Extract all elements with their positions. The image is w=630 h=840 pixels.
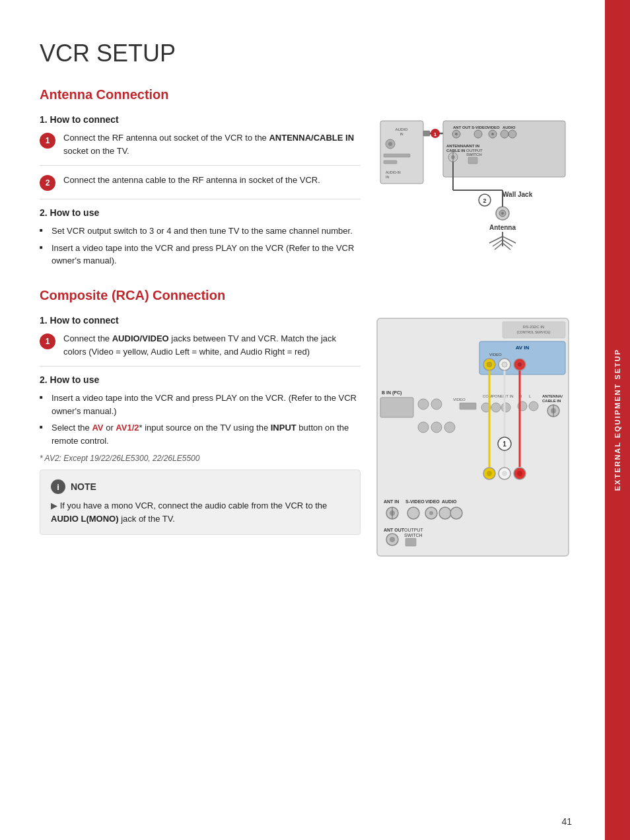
svg-point-67: [431, 399, 442, 409]
note-icon: i: [51, 479, 65, 494]
antenna-use-list: Set VCR output switch to 3 or 4 and then…: [40, 225, 361, 267]
antenna-how-to-connect-heading: 1. How to connect: [40, 114, 361, 125]
svg-point-106: [439, 507, 451, 519]
svg-text:Wall Jack: Wall Jack: [503, 191, 533, 198]
svg-point-59: [487, 362, 492, 367]
svg-point-70: [444, 422, 455, 433]
antenna-step-1: 1 Connect the RF antenna out socket of t…: [40, 131, 361, 166]
antenna-section-heading: Antenna Connection: [40, 87, 585, 102]
svg-text:VIDEO: VIDEO: [425, 499, 440, 504]
antenna-step-2: 2 Connect the antenna cable to the RF an…: [40, 174, 361, 199]
antenna-diagram-col: AUDIO IN AUDIO-IN IN: [374, 114, 585, 275]
svg-text:ANT OUT: ANT OUT: [384, 528, 405, 532]
svg-text:OUTPUT: OUTPUT: [404, 528, 424, 532]
svg-point-76: [501, 403, 510, 412]
antenna-use-item-1: Set VCR output switch to 3 or 4 and then…: [40, 225, 361, 238]
svg-text:(CONTROL SERVICE): (CONTROL SERVICE): [517, 330, 551, 334]
svg-text:IN: IN: [386, 175, 389, 179]
svg-text:B IN (PC): B IN (PC): [382, 390, 402, 396]
composite-left-col: 1. How to connect 1 Connect the AUDIO/VI…: [40, 315, 361, 568]
composite-diagram-svg: RS-232C IN (CONTROL SERVICE) AV IN VIDEO: [374, 315, 578, 566]
svg-text:AUDIO: AUDIO: [442, 499, 457, 504]
antenna-how-to-use-heading: 2. How to use: [40, 207, 361, 218]
svg-rect-114: [405, 538, 416, 546]
svg-rect-72: [460, 403, 476, 409]
svg-point-68: [418, 422, 429, 433]
svg-text:CABLE IN: CABLE IN: [542, 399, 561, 403]
composite-step-circle-1: 1: [40, 333, 55, 349]
composite-diagram-col: RS-232C IN (CONTROL SERVICE) AV IN VIDEO: [374, 315, 585, 568]
svg-point-18: [474, 130, 482, 138]
svg-text:SWITCH: SWITCH: [466, 153, 482, 157]
note-header: i NOTE: [51, 479, 349, 494]
svg-text:SWITCH: SWITCH: [404, 533, 423, 538]
svg-point-39: [501, 212, 504, 215]
note-title: NOTE: [71, 481, 96, 492]
page-container: EXTERNAL EQUIPMENT SETUP VCR SETUP Anten…: [0, 0, 630, 840]
composite-use-item-1: Insert a video tape into the VCR and pre…: [40, 392, 361, 417]
svg-line-46: [503, 236, 516, 243]
composite-step-1-text: Connect the AUDIO/VIDEO jacks between TV…: [63, 332, 361, 358]
svg-point-92: [487, 471, 492, 476]
svg-point-80: [529, 402, 538, 411]
svg-point-23: [508, 130, 516, 138]
svg-point-105: [429, 511, 433, 515]
svg-text:ANTENNA/: ANTENNA/: [542, 394, 563, 398]
note-box: i NOTE If you have a mono VCR, connect t…: [40, 470, 361, 535]
page-title: VCR SETUP: [40, 40, 585, 67]
svg-text:RS-232C IN: RS-232C IN: [523, 325, 544, 329]
svg-text:S-VIDEO: S-VIDEO: [472, 125, 488, 129]
antenna-left-col: 1. How to connect 1 Connect the RF anten…: [40, 114, 361, 275]
svg-text:S-VIDEO: S-VIDEO: [405, 499, 425, 504]
svg-point-66: [418, 399, 429, 409]
svg-point-107: [450, 507, 462, 519]
svg-point-63: [517, 362, 522, 367]
antenna-connection-layout: 1. How to connect 1 Connect the RF anten…: [40, 114, 585, 275]
composite-step-1: 1 Connect the AUDIO/VIDEO jacks between …: [40, 332, 361, 367]
svg-point-16: [455, 133, 458, 135]
svg-text:CABLE IN: CABLE IN: [446, 149, 465, 153]
svg-text:ANTENNA/: ANTENNA/: [446, 144, 467, 148]
svg-point-75: [491, 403, 501, 412]
sidebar-right: EXTERNAL EQUIPMENT SETUP: [605, 0, 630, 840]
step-circle-2: 2: [40, 175, 55, 191]
svg-point-21: [491, 133, 494, 135]
svg-point-69: [431, 422, 442, 433]
composite-use-item-2: Select the AV or AV1/2* input source on …: [40, 421, 361, 447]
svg-text:VIDEO: VIDEO: [489, 353, 502, 357]
antenna-step-2-text: Connect the antenna cable to the RF ante…: [63, 174, 320, 191]
antenna-use-item-2: Insert a video tape into the VCR and pre…: [40, 242, 361, 267]
svg-text:ANT IN: ANT IN: [384, 499, 399, 504]
svg-rect-9: [423, 131, 430, 136]
page-number: 41: [561, 816, 572, 827]
svg-point-4: [388, 142, 392, 146]
antenna-step-1-text: Connect the RF antenna out socket of the…: [63, 131, 361, 157]
composite-use-list: Insert a video tape into the VCR and pre…: [40, 392, 361, 447]
svg-text:COMPONENT IN: COMPONENT IN: [483, 394, 514, 398]
svg-text:IN: IN: [400, 132, 403, 136]
composite-section-heading: Composite (RCA) Connection: [40, 288, 585, 303]
svg-rect-65: [380, 398, 413, 417]
composite-how-to-connect-heading: 1. How to connect: [40, 315, 361, 326]
svg-text:1: 1: [434, 131, 437, 137]
svg-line-45: [489, 236, 503, 243]
svg-text:1: 1: [503, 440, 507, 448]
note-body: If you have a mono VCR, connect the audi…: [51, 499, 349, 525]
svg-point-22: [501, 130, 508, 138]
svg-point-102: [407, 507, 419, 519]
sidebar-label: EXTERNAL EQUIPMENT SETUP: [613, 349, 621, 491]
svg-text:Antenna: Antenna: [489, 224, 516, 231]
note-text: If you have a mono VCR, connect the audi…: [51, 501, 327, 524]
svg-rect-5: [384, 154, 410, 157]
svg-text:ANT IN: ANT IN: [466, 144, 479, 148]
svg-point-61: [502, 362, 507, 367]
svg-text:ANT OUT: ANT OUT: [453, 125, 471, 129]
svg-rect-33: [468, 157, 477, 164]
composite-how-to-use-heading: 2. How to use: [40, 374, 361, 385]
svg-text:2: 2: [483, 197, 486, 204]
main-content: VCR SETUP Antenna Connection 1. How to c…: [0, 0, 605, 840]
svg-text:AV IN: AV IN: [516, 345, 530, 351]
composite-footnote: * AV2: Except 19/22/26LE5300, 22/26LE550…: [40, 454, 361, 463]
svg-text:VIDEO: VIDEO: [487, 125, 500, 129]
composite-connection-layout: 1. How to connect 1 Connect the AUDIO/VI…: [40, 315, 585, 568]
